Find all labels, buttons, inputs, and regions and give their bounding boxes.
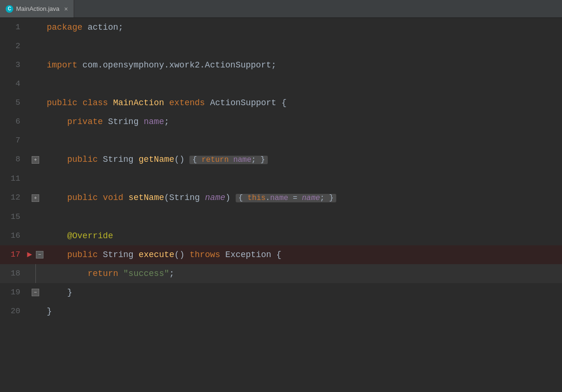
line-number: 7	[0, 131, 26, 150]
vertical-line	[35, 264, 36, 283]
line-content: public class MainAction extends ActionSu…	[45, 93, 562, 112]
code-line: 18 return "success";	[0, 264, 562, 283]
line-gutter	[26, 75, 45, 93]
code-line: 7	[0, 131, 562, 150]
line-gutter[interactable]: +	[26, 150, 45, 169]
editor-area: 1 package action; 2 3 import com.opensym…	[0, 18, 562, 392]
code-line: 16 @Override	[0, 226, 562, 245]
line-gutter[interactable]: −	[26, 283, 45, 302]
code-line: 19 − }	[0, 283, 562, 302]
tab-bar: C MainAction.java ×	[0, 0, 562, 18]
line-gutter	[26, 302, 45, 321]
line-number: 17	[0, 245, 26, 264]
code-line: 15	[0, 208, 562, 226]
line-content	[45, 75, 562, 93]
line-gutter	[26, 56, 45, 75]
line-gutter	[26, 169, 45, 188]
line-number: 11	[0, 169, 26, 188]
line-number: 6	[0, 112, 26, 131]
line-number: 8	[0, 150, 26, 169]
code-line: 8 + public String getName() { return nam…	[0, 150, 562, 169]
line-gutter[interactable]: +	[26, 188, 45, 208]
close-icon[interactable]: ×	[64, 5, 68, 13]
fold-icon[interactable]: −	[36, 251, 43, 259]
code-line: 12 + public void setName(String name) { …	[0, 188, 562, 208]
fold-icon[interactable]: −	[32, 289, 39, 296]
code-line: 1 package action;	[0, 18, 562, 37]
code-line: 4	[0, 75, 562, 93]
line-content: }	[45, 283, 562, 302]
line-content: package action;	[45, 18, 562, 37]
line-content: return "success";	[45, 264, 562, 283]
line-content	[45, 131, 562, 150]
code-line: 3 import com.opensymphony.xwork2.ActionS…	[0, 56, 562, 75]
line-content: }	[45, 302, 562, 321]
main-action-tab[interactable]: C MainAction.java ×	[0, 0, 74, 17]
line-gutter	[26, 112, 45, 131]
line-number: 5	[0, 93, 26, 112]
line-content: @Override	[45, 226, 562, 245]
line-number: 2	[0, 37, 26, 56]
line-gutter	[26, 208, 45, 226]
fold-icon[interactable]: +	[32, 194, 39, 202]
line-number: 20	[0, 302, 26, 321]
line-content	[45, 37, 562, 56]
line-gutter	[26, 131, 45, 150]
line-number: 4	[0, 75, 26, 93]
line-content	[45, 169, 562, 188]
line-gutter	[26, 37, 45, 56]
line-content: import com.opensymphony.xwork2.ActionSup…	[45, 56, 562, 75]
code-line: 6 private String name;	[0, 112, 562, 131]
run-arrow-icon: ►	[27, 250, 32, 259]
line-content: public String getName() { return name; }	[45, 150, 562, 169]
code-line: 11	[0, 169, 562, 188]
tab-label: MainAction.java	[16, 5, 60, 12]
line-gutter: ► −	[26, 245, 45, 264]
code-line: 2	[0, 37, 562, 56]
line-number: 19	[0, 283, 26, 302]
line-content	[45, 208, 562, 226]
line-number: 1	[0, 18, 26, 37]
line-number: 12	[0, 188, 26, 208]
line-gutter	[26, 93, 45, 112]
line-gutter	[26, 18, 45, 37]
code-line: 17 ► − public String execute() throws Ex…	[0, 245, 562, 264]
line-number: 3	[0, 56, 26, 75]
line-number: 15	[0, 208, 26, 226]
fold-icon[interactable]: +	[32, 156, 39, 164]
line-number: 16	[0, 226, 26, 245]
line-content: public String execute() throws Exception…	[45, 245, 562, 264]
line-content: private String name;	[45, 112, 562, 131]
code-line: 20 }	[0, 302, 562, 321]
line-content: public void setName(String name) { this.…	[45, 188, 562, 208]
code-line: 5 public class MainAction extends Action…	[0, 93, 562, 112]
line-gutter	[26, 264, 45, 283]
tab-file-icon: C	[6, 5, 13, 13]
line-gutter	[26, 226, 45, 245]
line-number: 18	[0, 264, 26, 283]
